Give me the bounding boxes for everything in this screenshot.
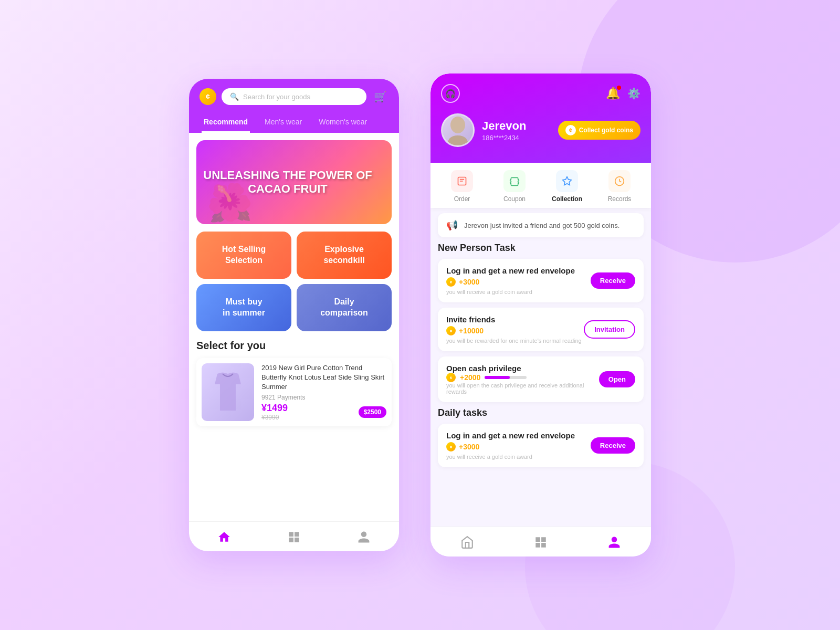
category-must-buy[interactable]: Must buyin summer bbox=[196, 284, 291, 331]
category-explosive[interactable]: Explosivesecondkill bbox=[297, 232, 392, 279]
bell-wrapper: 🔔 bbox=[606, 87, 620, 100]
svg-point-0 bbox=[450, 117, 465, 133]
product-price: ¥1499 bbox=[261, 403, 288, 414]
tab-recommend[interactable]: Recommend bbox=[202, 112, 250, 133]
task-login-info: Log in and get a new red envelope ¢ +300… bbox=[446, 266, 575, 295]
task-daily-login-row: Log in and get a new red envelope ¢ +300… bbox=[446, 431, 635, 460]
nav-grid[interactable] bbox=[287, 530, 301, 544]
task-daily-reward: ¢ +3000 bbox=[446, 442, 575, 452]
task-login-amount: +3000 bbox=[459, 278, 479, 286]
left-phone: ¢ 🔍 Search for your goods 🛒 Recommend Me… bbox=[189, 79, 399, 551]
tab-collection[interactable]: Collection bbox=[541, 170, 593, 203]
tab-womens-wear[interactable]: Women's wear bbox=[317, 112, 369, 133]
order-icon bbox=[451, 170, 473, 192]
right-body: Order Coupon Collection Records bbox=[430, 163, 651, 527]
dress-icon bbox=[202, 363, 254, 421]
nav-tabs: Recommend Men's wear Women's wear bbox=[200, 112, 388, 133]
avatar bbox=[441, 113, 475, 147]
product-info: 2019 New Girl Pure Cotton Trend Butterfl… bbox=[261, 363, 386, 421]
task-daily-amount: +3000 bbox=[459, 443, 479, 451]
task-daily-desc: you will receive a gold coin award bbox=[446, 454, 575, 460]
task-invite: Invite friends ¢ +10000 you will be rewa… bbox=[438, 308, 644, 351]
new-person-task-title: New Person Task bbox=[438, 243, 644, 254]
cat-label-must: Must buyin summer bbox=[223, 297, 265, 319]
task-invite-amount: +10000 bbox=[459, 327, 484, 335]
task-cash-open-button[interactable]: Open bbox=[599, 371, 635, 387]
price-badge: $2500 bbox=[359, 406, 386, 418]
nav-profile[interactable] bbox=[357, 530, 371, 544]
task-coin-icon: ¢ bbox=[446, 277, 456, 287]
task-cash-info: Open cash privilege ¢ +2000 you will ope… bbox=[446, 364, 599, 395]
tab-records-label: Records bbox=[608, 195, 632, 203]
product-price-row: ¥1499 ¥3990 $2500 bbox=[261, 403, 386, 421]
task-daily-receive-button[interactable]: Receive bbox=[591, 437, 635, 454]
task-cash-desc: you will open the cash privilege and rec… bbox=[446, 382, 599, 395]
category-grid: Hot SellingSelection Explosivesecondkill… bbox=[196, 232, 392, 331]
records-icon bbox=[608, 170, 631, 192]
right-bottom-nav bbox=[430, 527, 651, 556]
collect-btn-label: Collect gold coins bbox=[579, 127, 633, 134]
tab-collection-label: Collection bbox=[552, 195, 582, 203]
task-invite-title: Invite friends bbox=[446, 315, 582, 324]
task-invite-info: Invite friends ¢ +10000 you will be rewa… bbox=[446, 315, 582, 344]
task-daily-login: Log in and get a new red envelope ¢ +300… bbox=[438, 424, 644, 467]
tab-records[interactable]: Records bbox=[593, 170, 646, 203]
task-invite-reward: ¢ +10000 bbox=[446, 326, 582, 335]
rnav-home[interactable] bbox=[460, 536, 474, 549]
cat-label-hot: Hot SellingSelection bbox=[222, 244, 266, 266]
left-body: 🌺 UNLEASHING THE POWER OF CACAO FRUIT Ho… bbox=[189, 133, 399, 521]
left-header-top: ¢ 🔍 Search for your goods 🛒 bbox=[200, 88, 388, 105]
task-login-desc: you will receive a gold coin award bbox=[446, 289, 575, 295]
tab-coupon[interactable]: Coupon bbox=[488, 170, 541, 203]
task-daily-info: Log in and get a new red envelope ¢ +300… bbox=[446, 431, 575, 460]
task-cash-privilege: Open cash privilege ¢ +2000 you will ope… bbox=[438, 356, 644, 402]
coin-icon: ¢ bbox=[200, 88, 216, 105]
cat-label-explosive: Explosivesecondkill bbox=[323, 244, 364, 266]
section-title: Select for you bbox=[196, 340, 392, 352]
banner: 🌺 UNLEASHING THE POWER OF CACAO FRUIT bbox=[196, 140, 392, 224]
cart-icon[interactable]: 🛒 bbox=[372, 88, 388, 105]
rnav-grid[interactable] bbox=[534, 536, 548, 549]
tab-coupon-label: Coupon bbox=[503, 195, 526, 203]
product-price-block: ¥1499 ¥3990 bbox=[261, 403, 288, 421]
task-login-reward: ¢ +3000 bbox=[446, 277, 575, 287]
product-original-price: ¥3990 bbox=[261, 414, 288, 421]
left-header: ¢ 🔍 Search for your goods 🛒 Recommend Me… bbox=[189, 79, 399, 133]
cat-label-daily: Dailycomparison bbox=[320, 297, 368, 319]
task-login-row: Log in and get a new red envelope ¢ +300… bbox=[446, 266, 635, 295]
category-daily[interactable]: Dailycomparison bbox=[297, 284, 392, 331]
product-card[interactable]: 2019 New Girl Pure Cotton Trend Butterfl… bbox=[196, 358, 392, 426]
tab-mens-wear[interactable]: Men's wear bbox=[262, 112, 304, 133]
profile-phone: 186****2434 bbox=[482, 134, 551, 142]
search-bar[interactable]: 🔍 Search for your goods bbox=[222, 88, 366, 105]
tab-order[interactable]: Order bbox=[436, 170, 488, 203]
task-login: Log in and get a new red envelope ¢ +300… bbox=[438, 259, 644, 302]
task-login-receive-button[interactable]: Receive bbox=[591, 272, 635, 289]
task-coin-icon-4: ¢ bbox=[446, 442, 456, 452]
task-progress-fill bbox=[485, 376, 510, 379]
right-header: 🎧 🔔 ⚙️ Jerevon 186****2434 ¢ bbox=[430, 74, 651, 163]
profile-row: Jerevon 186****2434 ¢ Collect gold coins bbox=[441, 113, 640, 147]
banner-text: UNLEASHING THE POWER OF CACAO FRUIT bbox=[196, 169, 379, 196]
coupon-icon bbox=[503, 170, 526, 192]
settings-icon[interactable]: ⚙️ bbox=[627, 87, 640, 100]
profile-info: Jerevon 186****2434 bbox=[482, 119, 551, 142]
collection-icon bbox=[556, 170, 578, 192]
right-header-top: 🎧 🔔 ⚙️ bbox=[441, 84, 640, 103]
task-invite-row: Invite friends ¢ +10000 you will be rewa… bbox=[446, 315, 635, 344]
collect-gold-coins-button[interactable]: ¢ Collect gold coins bbox=[558, 121, 640, 140]
headphone-icon[interactable]: 🎧 bbox=[441, 84, 460, 103]
task-progress-bar bbox=[485, 376, 527, 379]
rnav-profile[interactable] bbox=[607, 536, 621, 549]
task-cash-title: Open cash privilege bbox=[446, 364, 599, 373]
nav-home[interactable] bbox=[217, 530, 231, 544]
search-icon: 🔍 bbox=[230, 92, 239, 101]
task-cash-amount: +2000 bbox=[460, 373, 480, 382]
task-invite-button[interactable]: Invitation bbox=[584, 320, 635, 339]
category-hot-selling[interactable]: Hot SellingSelection bbox=[196, 232, 291, 279]
task-invite-desc: you will be rewarded for one minute's no… bbox=[446, 338, 582, 344]
announcement-text: Jerevon just invited a friend and got 50… bbox=[464, 222, 620, 229]
profile-name: Jerevon bbox=[482, 119, 551, 133]
tasks-section: New Person Task Log in and get a new red… bbox=[430, 243, 651, 527]
announcement-icon: 📢 bbox=[446, 219, 458, 231]
